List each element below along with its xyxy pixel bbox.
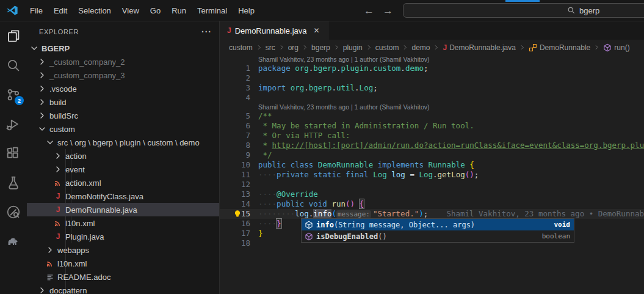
menu-edit[interactable]: Edit bbox=[48, 4, 73, 18]
breadcrumb-item-run[interactable]: run() bbox=[603, 43, 629, 52]
menu-go[interactable]: Go bbox=[145, 4, 166, 18]
menu-terminal[interactable]: Terminal bbox=[192, 4, 233, 18]
code-line-content: ····private static final Log log = Log.g… bbox=[258, 170, 479, 180]
breadcrumb-item-demorunnable-java[interactable]: JDemoRunnable.java bbox=[443, 43, 515, 52]
tree-item-readme-adoc[interactable]: README.adoc bbox=[27, 270, 219, 284]
activity-explorer-icon[interactable] bbox=[0, 21, 27, 51]
line-number: 1 bbox=[220, 64, 250, 73]
menu-file[interactable]: File bbox=[24, 4, 48, 18]
tree-item-label: BGERP bbox=[42, 44, 70, 53]
chevron-right-icon bbox=[278, 44, 285, 51]
java-file-icon: J bbox=[53, 205, 63, 215]
codelens-annotation[interactable]: Shamil Vakhitov, 23 months ago | 1 autho… bbox=[220, 55, 644, 64]
line-number: 13 bbox=[220, 189, 250, 199]
activity-inspect-tool-icon[interactable] bbox=[0, 197, 27, 227]
command-center[interactable]: bgerp bbox=[403, 3, 644, 18]
activity-run-debug-icon[interactable] bbox=[0, 109, 27, 139]
suggestion-isdebugenabled[interactable]: isDebugEnabled()boolean bbox=[302, 230, 574, 242]
menu-view[interactable]: View bbox=[117, 4, 145, 18]
code-line-5: 5/** bbox=[220, 111, 644, 121]
explorer-sidebar: EXPLORER ··· BGERP_custom_company_2_cust… bbox=[27, 21, 220, 294]
java-file-icon: J bbox=[53, 191, 63, 201]
forward-arrow-icon[interactable]: → bbox=[383, 5, 393, 17]
menu-selection[interactable]: Selection bbox=[73, 4, 116, 18]
code-line-content: } bbox=[258, 229, 263, 238]
code-line-14: 14····public void run() { bbox=[220, 199, 644, 209]
search-icon bbox=[567, 6, 576, 15]
back-arrow-icon[interactable]: ← bbox=[364, 5, 374, 17]
tab-demorunnable[interactable]: J DemoRunnable.java ✕ bbox=[220, 21, 328, 40]
tree-item-label: custom bbox=[49, 125, 75, 134]
codelens-annotation[interactable]: Shamil Vakhitov, 23 months ago | 1 autho… bbox=[220, 103, 644, 111]
tree-item-demonotifyclass-java[interactable]: JDemoNotifyClass.java bbox=[27, 189, 219, 203]
tree-item-docpattern[interactable]: docpattern bbox=[27, 284, 219, 294]
tree-item-action[interactable]: action bbox=[27, 149, 219, 163]
code-line-13: 13····@Override bbox=[220, 189, 644, 199]
tree-item-l10n-xml[interactable]: l10n.xml bbox=[27, 216, 219, 230]
method-symbol-icon bbox=[304, 232, 314, 241]
code-line-content: public class DemoRunnable implements Run… bbox=[258, 160, 474, 170]
menu-help[interactable]: Help bbox=[233, 4, 260, 18]
tree-item-demorunnable-java[interactable]: JDemoRunnable.java bbox=[27, 203, 219, 216]
activity-source-control-icon[interactable]: 2 bbox=[0, 80, 27, 109]
breadcrumb-item-custom[interactable]: custom bbox=[375, 43, 399, 52]
breadcrumb-label: custom bbox=[375, 43, 399, 52]
menu-run[interactable]: Run bbox=[166, 4, 192, 18]
tree-item-action-xml[interactable]: action.xml bbox=[27, 176, 219, 189]
line-number: 17 bbox=[220, 229, 250, 238]
vscode-window: FileEditSelectionViewGoRunTerminalHelp ←… bbox=[0, 0, 644, 294]
tree-item-label: action bbox=[65, 152, 87, 161]
breadcrumb-item-bgerp[interactable]: bgerp bbox=[311, 43, 330, 52]
breadcrumb-item-custom[interactable]: custom bbox=[229, 43, 253, 52]
tree-item-custom[interactable]: custom bbox=[27, 122, 219, 136]
testing-glyph bbox=[6, 175, 21, 190]
tree-item-event[interactable]: event bbox=[27, 163, 219, 176]
line-number: 9 bbox=[220, 150, 250, 160]
breadcrumb-item-demo[interactable]: demo bbox=[411, 43, 430, 52]
breadcrumb-item-org[interactable]: org bbox=[288, 43, 298, 52]
tree-item-custom-company-3[interactable]: _custom_company_3 bbox=[27, 68, 219, 82]
tree-item-label: l10n.xml bbox=[65, 219, 95, 228]
tree-item-label: build bbox=[49, 98, 66, 107]
breadcrumb-label: org bbox=[288, 43, 298, 52]
more-actions-icon[interactable]: ··· bbox=[201, 27, 212, 37]
activity-extensions-icon[interactable] bbox=[0, 139, 27, 168]
tree-item-label: webapps bbox=[57, 246, 89, 255]
line-number: 8 bbox=[220, 141, 250, 150]
activity-gradle-icon[interactable] bbox=[0, 227, 27, 256]
suggestion-info[interactable]: info(String message, Object... args)void bbox=[302, 219, 574, 230]
chevron-right-icon bbox=[37, 57, 47, 67]
code-line-10: 10public class DemoRunnable implements R… bbox=[220, 160, 644, 170]
tree-item-webapps[interactable]: webapps bbox=[27, 243, 219, 257]
xml-file-icon bbox=[53, 178, 63, 188]
code-line-15: 15········log.info(message:"Started."); … bbox=[220, 209, 644, 219]
run-debug-glyph bbox=[6, 117, 21, 131]
tree-item-custom-company-2[interactable]: _custom_company_2 bbox=[27, 55, 219, 68]
tree-item-buildsrc[interactable]: buildSrc bbox=[27, 109, 219, 122]
nav-arrows: ← → bbox=[364, 0, 393, 21]
code-area[interactable]: Shamil Vakhitov, 23 months ago | 1 autho… bbox=[220, 55, 644, 294]
method-symbol-icon bbox=[603, 43, 612, 52]
breadcrumb-item-src[interactable]: src bbox=[266, 43, 275, 52]
activity-testing-icon[interactable] bbox=[0, 168, 27, 197]
close-icon[interactable]: ✕ bbox=[311, 26, 321, 35]
chevron-down-icon bbox=[45, 138, 55, 147]
editor-group: J DemoRunnable.java ✕ customsrcorgbgerpp… bbox=[220, 21, 644, 294]
tree-item-plugin-java[interactable]: JPlugin.java bbox=[27, 230, 219, 243]
sidebar-header: EXPLORER ··· bbox=[27, 21, 219, 42]
line-number: 18 bbox=[220, 238, 250, 248]
code-line-content: ····} bbox=[258, 219, 281, 229]
activity-search-icon[interactable] bbox=[0, 51, 27, 80]
suggestion-signature: (String message, Object... args) bbox=[334, 221, 475, 229]
breadcrumb-item-plugin[interactable]: plugin bbox=[343, 43, 363, 52]
tree-item-label: action.xml bbox=[65, 178, 101, 188]
breadcrumb-item-demorunnable[interactable]: DemoRunnable bbox=[529, 43, 590, 52]
tree-item-l10n-xml[interactable]: l10n.xml bbox=[27, 257, 219, 270]
tree-item-build[interactable]: build bbox=[27, 95, 219, 109]
tree-item-src-org-bgerp-plugin-custom-demo[interactable]: src \ org \ bgerp \ plugin \ custom \ de… bbox=[27, 136, 219, 149]
breadcrumb-label: DemoRunnable.java bbox=[449, 43, 516, 52]
tree-item-vscode[interactable]: .vscode bbox=[27, 82, 219, 95]
tree-item-bgerp[interactable]: BGERP bbox=[27, 42, 219, 55]
lightbulb-icon[interactable] bbox=[233, 210, 242, 218]
code-line-content: /** bbox=[258, 111, 272, 121]
